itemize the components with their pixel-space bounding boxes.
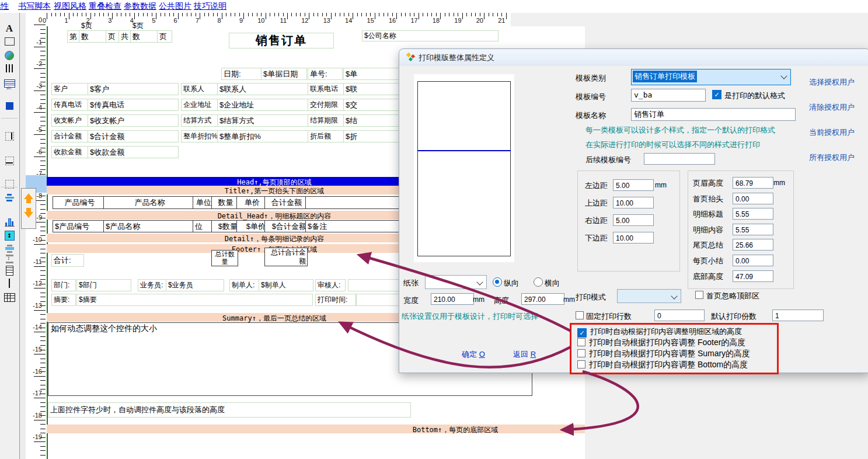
field-value[interactable]: $结 xyxy=(343,114,402,127)
page-number-field[interactable]: 数 xyxy=(79,30,109,43)
clear-auth-users-link[interactable]: 清除授权用户 xyxy=(809,102,855,113)
field-label[interactable]: 联系人 xyxy=(181,83,218,95)
field-label[interactable]: 联系电话 xyxy=(308,83,344,95)
note-label[interactable]: 打印时间: xyxy=(315,294,356,306)
page-number-field[interactable]: 数 xyxy=(130,30,161,43)
detail-header-cell[interactable]: 产品名称 xyxy=(103,196,196,209)
sign-value[interactable]: $制单人 xyxy=(259,279,313,291)
detail-row-cell[interactable]: $产品名称 xyxy=(103,220,196,232)
fixed-rows-checkbox[interactable] xyxy=(576,311,584,319)
fixed-rows-input[interactable]: 0 xyxy=(654,310,705,321)
select-box-tool-icon[interactable] xyxy=(3,178,16,190)
field-value[interactable]: $联系人 xyxy=(217,83,308,95)
select-auth-users-link[interactable]: 选择授权用户 xyxy=(809,77,855,88)
field-value[interactable]: $企业地址 xyxy=(217,99,308,111)
menu-item-6[interactable]: 公共图片 xyxy=(159,1,191,12)
height-input[interactable]: 5.55 xyxy=(733,224,773,235)
vertical-lines-tool-icon[interactable] xyxy=(3,62,16,75)
menu-item-5[interactable]: 参数数据 xyxy=(124,1,156,12)
chart-tool-icon[interactable] xyxy=(3,216,16,229)
field-value[interactable]: $交 xyxy=(343,99,402,111)
field-value[interactable]: $整单折扣% xyxy=(217,130,308,142)
move-band-up-icon[interactable] xyxy=(24,193,33,199)
template-category-combobox[interactable]: 销售订单打印模板 xyxy=(631,69,791,85)
select-hline-tool-icon[interactable] xyxy=(3,154,16,167)
default-format-checkbox[interactable]: ✓ xyxy=(712,90,721,99)
field-value[interactable]: $折 xyxy=(343,130,402,142)
copies-input[interactable]: 1 xyxy=(772,310,824,321)
skip-top-checkbox[interactable] xyxy=(695,291,703,299)
detail-header-cell[interactable]: 合计金额 xyxy=(264,196,309,209)
field-label[interactable]: 收支帐户 xyxy=(51,114,89,127)
auto-adjust-bottom-checkbox[interactable] xyxy=(577,360,585,368)
field-label[interactable]: 传真电话 xyxy=(51,99,89,111)
field-value[interactable]: $收款金额 xyxy=(88,146,179,158)
field-value[interactable]: $传真电话 xyxy=(88,99,179,111)
menu-item-2[interactable]: 书写脚本 xyxy=(18,1,51,12)
height-input[interactable]: 0.00 xyxy=(733,193,773,204)
field-value[interactable]: $联 xyxy=(343,83,402,95)
height-input[interactable]: 5.55 xyxy=(733,208,773,220)
field-label[interactable]: 收款金额 xyxy=(51,146,89,158)
vertical-ruler[interactable]: 0-1-2-3-4-5-6-7-8-9-10-11-12-13-14-15-16… xyxy=(26,26,47,459)
ok-button[interactable]: 确定 O xyxy=(462,349,485,360)
field-label[interactable]: 结算方式 xyxy=(181,114,218,127)
menu-item-4[interactable]: 重叠检查 xyxy=(89,1,121,12)
sign-value[interactable] xyxy=(348,279,402,291)
field-label[interactable]: 合计金额 xyxy=(51,130,89,142)
detail-header-cell[interactable]: 单价 xyxy=(236,196,268,209)
menu-item-1[interactable]: 属性 xyxy=(0,1,9,12)
rectangle-tool-icon[interactable] xyxy=(3,35,16,48)
height-input[interactable]: 68.79 xyxy=(733,177,773,189)
horizontal-ruler[interactable]: 0123456789101112131415161718192021 xyxy=(26,13,511,27)
field-label[interactable]: 折后额 xyxy=(308,130,344,142)
menu-item-7[interactable]: 技巧说明 xyxy=(194,1,226,12)
sign-value[interactable]: $部门 xyxy=(76,279,131,291)
back-button[interactable]: 返回 R xyxy=(513,349,536,360)
totals-label[interactable]: 合计: xyxy=(51,254,84,267)
sign-label[interactable]: 制单人: xyxy=(229,279,259,291)
height-input[interactable]: 25.66 xyxy=(733,239,773,251)
auto-adjust-sumary-checkbox[interactable] xyxy=(577,349,585,357)
detail-row-cell[interactable]: $单价 xyxy=(236,220,268,232)
band-bottom[interactable]: Bottom↑，每页的底部区域 xyxy=(47,425,585,433)
current-auth-users-link[interactable]: 当前授权用户 xyxy=(809,127,855,138)
sign-label[interactable]: 业务员: xyxy=(138,279,168,291)
note-value[interactable]: $摘要 xyxy=(76,294,313,306)
sign-value[interactable]: $业务员 xyxy=(166,279,224,291)
menu-item-3[interactable]: 视图风格 xyxy=(54,1,86,12)
template-name-input[interactable]: 销售订单 xyxy=(631,108,796,121)
landscape-radio[interactable] xyxy=(534,277,543,287)
sign-label[interactable]: 部门: xyxy=(51,279,76,291)
report-title[interactable]: 销售订单 xyxy=(229,33,334,48)
move-band-down-icon[interactable] xyxy=(24,212,33,218)
company-name-field[interactable]: $公司名称 xyxy=(362,30,499,41)
margin-input[interactable]: 10.00 xyxy=(613,232,654,244)
field-label[interactable]: 整单折扣% xyxy=(181,130,218,142)
auto-adjust-footer-checkbox[interactable] xyxy=(577,338,585,346)
align-center-tool-icon[interactable] xyxy=(3,192,16,204)
template-code-input[interactable]: v_ba xyxy=(631,89,706,102)
order-date-row-field[interactable]: 日期: xyxy=(221,68,262,80)
next-template-input[interactable] xyxy=(644,153,715,165)
field-label[interactable]: 企业地址 xyxy=(181,99,218,111)
height-input[interactable]: 0.00 xyxy=(733,255,773,266)
row-height-tool-icon[interactable]: ↕ xyxy=(3,229,16,242)
paper-combobox[interactable] xyxy=(425,275,487,289)
detail-row-cell[interactable]: $数量 xyxy=(211,220,240,232)
auto-adjust-detail-checkbox[interactable]: ✓ xyxy=(577,328,587,338)
fill-color-tool-icon[interactable] xyxy=(3,99,16,112)
rows-tool-icon[interactable] xyxy=(3,264,16,277)
note-value[interactable] xyxy=(356,294,402,306)
order-date-row-field[interactable]: 单号: xyxy=(308,68,343,80)
paper-width-input[interactable]: 210.00 xyxy=(431,293,474,305)
detail-row-cell[interactable]: $合计金额 xyxy=(264,220,309,232)
total-amount-box[interactable]: 总计合计金额 xyxy=(264,248,308,266)
field-value[interactable]: $客户 xyxy=(88,83,179,95)
note-label[interactable]: 摘要: xyxy=(51,294,76,306)
all-auth-users-link[interactable]: 所有授权用户 xyxy=(809,152,855,163)
text-tool-icon[interactable]: A xyxy=(3,22,16,35)
field-label[interactable]: 客户 xyxy=(51,83,89,95)
order-date-row-field[interactable]: $单 xyxy=(343,68,402,80)
vline-tool-icon[interactable] xyxy=(3,277,16,290)
